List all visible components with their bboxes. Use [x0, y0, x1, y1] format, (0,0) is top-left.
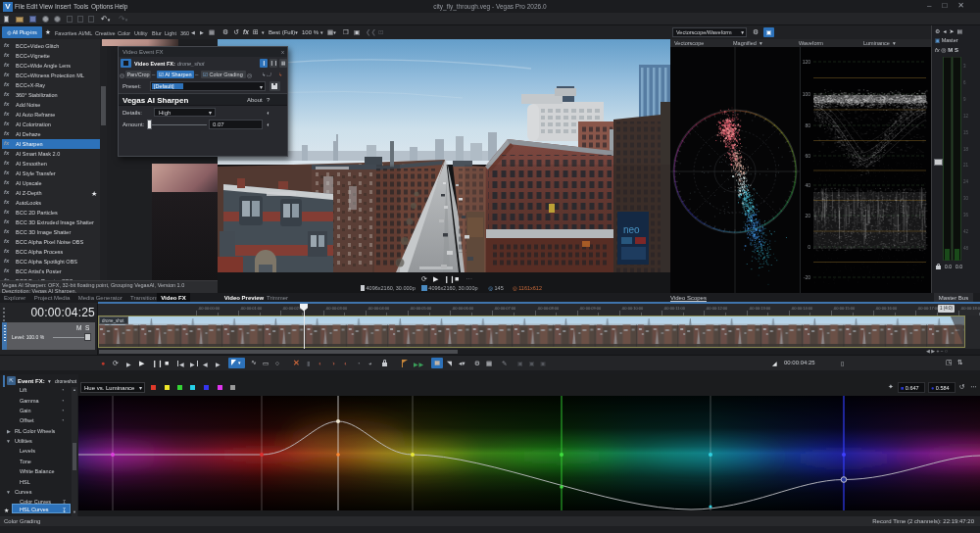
- svg-text:20: 20: [805, 213, 810, 218]
- svg-text:120: 120: [803, 59, 811, 65]
- svg-text:0: 0: [808, 244, 810, 250]
- svg-text:100: 100: [803, 91, 811, 97]
- svg-text:40: 40: [805, 182, 810, 188]
- svg-text:-20: -20: [804, 274, 810, 280]
- svg-text:60: 60: [805, 153, 810, 159]
- svg-text:80: 80: [805, 122, 810, 128]
